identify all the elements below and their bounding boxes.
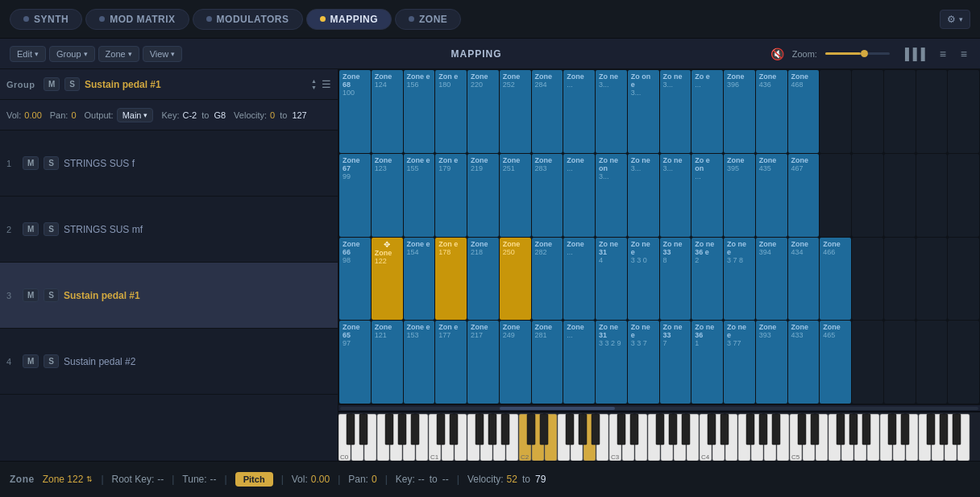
zone-cell[interactable]: Zone218 [467,238,499,321]
zone-cell[interactable]: Zo ne 36 e2 [691,238,723,321]
zone-cell[interactable] [884,154,916,237]
vol-value[interactable]: 0.00 [24,110,41,120]
key-to-value[interactable]: G8 [214,110,226,120]
zone-cell[interactable]: Zone e156 [404,70,435,153]
nav-tab-mapping[interactable]: MAPPING [306,9,392,30]
bar-chart-icon[interactable]: ▐▐▐ [898,46,928,62]
status-vel-from[interactable]: 52 [507,474,517,485]
zone-cell[interactable]: Zon e178 [435,238,467,321]
hscroll-thumb[interactable] [500,407,615,410]
pitch-button[interactable]: Pitch [235,472,273,487]
zone-cell[interactable]: Zon e179 [435,154,467,237]
zone-cell[interactable]: Zon e177 [435,321,467,404]
zone-cell[interactable]: Zone393 [756,321,787,404]
root-key-value[interactable]: -- [157,474,164,485]
status-key-to[interactable]: -- [442,474,449,485]
zone-cell[interactable]: Zone252 [500,70,531,153]
zone-cell[interactable]: Zo ne on3... [596,154,627,237]
row-3-s[interactable]: S [44,288,59,302]
zone-cell[interactable]: Zone251 [500,154,531,237]
zone-cell[interactable]: Zone... [563,238,595,321]
status-vol-value[interactable]: 0.00 [311,474,330,485]
zone-cell[interactable]: Zone121 [372,321,403,404]
settings-button[interactable]: ⚙ ▾ [940,10,970,29]
zone-cell[interactable]: Zone e153 [404,321,435,404]
zone-cell[interactable]: Zo ne 314 [596,238,627,321]
zone-cell[interactable] [884,321,916,404]
zone-cell[interactable] [948,238,979,321]
zone-cell[interactable]: Zo ne3... [660,70,691,153]
zone-cell[interactable] [852,70,883,153]
zone-cell[interactable]: Zone435 [756,154,787,237]
speaker-icon[interactable]: 🔇 [770,48,784,60]
zone-cell[interactable]: Zo ne e3 7 8 [724,238,755,321]
zone-cell[interactable] [852,321,883,404]
zoom-thumb[interactable] [861,50,868,57]
zone-cell[interactable]: Zo ne e3 3 0 [628,238,659,321]
group-row-4[interactable]: 4 M S Sustain pedal #2 [0,329,338,395]
list-view-icon[interactable]: ≡ [957,46,970,62]
zone-cell[interactable]: Zone123 [372,154,403,237]
zone-cell[interactable]: Zone 68100 [339,70,371,153]
zone-cell[interactable]: Zone250 [500,238,531,321]
zone-cell[interactable]: Zone436 [756,70,787,153]
group-row-2[interactable]: 2 M S STRINGS SUS mf [0,197,338,263]
zone-cell[interactable]: Zone468 [788,70,820,153]
zone-cell[interactable]: Zo ne3... [628,154,659,237]
zone-cell[interactable]: Zone394 [756,238,787,321]
horizontal-scrollbar[interactable] [338,404,980,411]
zone-cell[interactable]: Zone... [563,70,595,153]
group-row-3[interactable]: 3 M S Sustain pedal #1 [0,263,338,329]
zone-cell[interactable]: Zone e154 [404,238,435,321]
zone-cell[interactable]: Zon e180 [435,70,467,153]
group-sort-arrows[interactable]: ▲ ▼ [311,78,317,90]
zone-cell[interactable] [884,238,916,321]
zone-cell[interactable]: Zo e on... [691,154,723,237]
zoom-slider[interactable] [825,52,890,55]
group-s-button[interactable]: S [64,77,80,91]
zone-cell[interactable]: Zone124 [372,70,403,153]
output-select[interactable]: Main ▾ [117,108,154,122]
zone-cell[interactable]: Zone 6799 [339,154,371,237]
zone-cell[interactable]: Zone395 [724,154,755,237]
zone-cell[interactable] [948,321,979,404]
view-button[interactable]: View ▾ [143,46,183,62]
zone-cell[interactable] [820,70,851,153]
zone-cell[interactable]: Zo ne e3 77 [724,321,755,404]
zone-cell[interactable]: Zone220 [467,70,499,153]
row-4-s[interactable]: S [44,354,59,368]
zone-cell[interactable]: Zo ne 338 [660,238,691,321]
pan-value[interactable]: 0 [71,110,76,120]
zone-cell[interactable]: ✥Zone122 [372,238,403,321]
zone-cell[interactable] [884,70,916,153]
row-3-m[interactable]: M [23,288,39,302]
zone-cell[interactable]: Zone281 [532,321,563,404]
zone-cell[interactable]: Zo e... [691,70,723,153]
zone-cell[interactable]: Zone249 [500,321,531,404]
status-vel-to[interactable]: 79 [535,474,546,485]
vel-to-value[interactable]: 127 [292,110,306,120]
zone-cell[interactable]: Zone433 [788,321,820,404]
zone-cell[interactable] [916,70,948,153]
zone-cell[interactable]: Zone283 [532,154,563,237]
group-button[interactable]: Group ▾ [49,46,95,62]
zone-cell[interactable]: Zone396 [724,70,755,153]
zone-cell[interactable]: Zo on e3... [628,70,659,153]
group-m-button[interactable]: M [44,77,60,91]
zone-cell[interactable]: Zone 6698 [339,238,371,321]
zone-selector[interactable]: Zone 122 ⇅ [43,474,93,485]
zone-cell[interactable] [852,238,883,321]
group-row-1[interactable]: 1 M S STRINGS SUS f [0,130,338,197]
zone-cell[interactable]: Zone465 [820,321,851,404]
zone-cell[interactable] [852,154,883,237]
nav-tab-zone[interactable]: ZONE [395,9,461,30]
row-1-s[interactable]: S [44,156,59,170]
zone-cell[interactable] [916,238,948,321]
zone-cell[interactable] [820,154,851,237]
zone-cell[interactable]: Zone284 [532,70,563,153]
vel-from-value[interactable]: 0 [270,110,275,120]
row-2-s[interactable]: S [44,222,59,236]
zone-button[interactable]: Zone ▾ [98,46,139,62]
nav-tab-synth[interactable]: SYNTH [10,9,82,30]
zone-cell[interactable]: Zone e155 [404,154,435,237]
